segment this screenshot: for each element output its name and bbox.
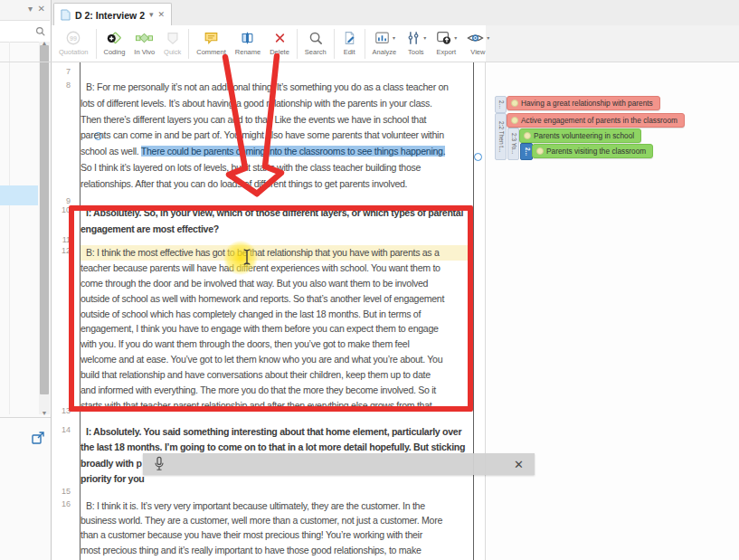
transcript-line[interactable]: with you. If you do want them through th…	[81, 337, 471, 352]
code-stripe-bar[interactable]: Parents visiting the classroom	[532, 144, 653, 158]
comment-icon	[203, 29, 220, 46]
export-icon: ▾	[435, 29, 457, 46]
tools-icon: ▾	[405, 29, 426, 46]
transcript-line[interactable]: Then there’s different layers you can ad…	[81, 112, 471, 128]
view-button[interactable]: ▾View	[461, 26, 494, 62]
delete-icon	[272, 29, 288, 46]
coding-stripe-tab[interactable]: 2...	[520, 143, 533, 160]
delete-button[interactable]: Delete	[265, 26, 294, 62]
dropdown-caret-icon[interactable]: ▾	[423, 34, 426, 41]
transcript-line[interactable]: come through the door and be involved th…	[81, 276, 471, 291]
code-label: Parents volunteering in school	[534, 131, 634, 140]
transcript-line[interactable]: starts with that teacher-parent relation…	[81, 398, 471, 413]
scrollbar-thumb[interactable]	[40, 45, 49, 394]
transcript-line[interactable]: and informed with everything. The more y…	[81, 383, 471, 398]
transcript-line[interactable]: lots of different levels. It’s about hav…	[81, 96, 471, 112]
transcript-paragraph[interactable]: B: For me personally it’s not an additio…	[81, 80, 471, 193]
code-stripe-bar[interactable]: Parents volunteering in school	[519, 128, 641, 143]
microphone-icon[interactable]	[152, 455, 166, 473]
toolbar-separator	[365, 29, 365, 59]
edit-button[interactable]: Edit	[337, 26, 362, 62]
tab-close-icon[interactable]: ✕	[158, 11, 166, 19]
transcript-line[interactable]: business world. They are a customer, wel…	[81, 513, 471, 527]
transcript-line[interactable]: B: I think the most effective has got to…	[81, 245, 471, 261]
transcript-line[interactable]: outside of school as well with homework …	[81, 291, 471, 307]
transcript-paragraph[interactable]: I: Absolutely. So, in your view, which o…	[81, 204, 471, 237]
coding-stripe-tab[interactable]: 2:2 Then t...	[495, 113, 507, 160]
paragraph-number: 7	[52, 67, 71, 76]
quick-icon	[165, 29, 181, 46]
tools-button[interactable]: ▾Tools	[401, 26, 431, 62]
code-color-dot	[524, 132, 531, 139]
toolbar-item-label: Delete	[270, 48, 289, 56]
ribbon-toolbar: 99QuotationCodingIn VivoQuickCommentRena…	[54, 26, 494, 62]
toolbar-right-background	[486, 25, 739, 62]
comment-button[interactable]: Comment	[192, 26, 231, 62]
selection-handle-end[interactable]	[474, 153, 482, 161]
tab-strip: D 2: Interview 2 ▾ ✕	[52, 0, 739, 26]
panel-collapse-icon[interactable]: ▾	[28, 5, 33, 14]
transcript-line[interactable]: school as well. There could be parents c…	[81, 144, 471, 160]
transcript-line[interactable]: build that relationship and have convers…	[81, 367, 471, 383]
dropdown-caret-icon[interactable]: ▾	[393, 34, 395, 41]
transcript-line[interactable]: welcome and at ease. You’ve got to let t…	[81, 352, 471, 367]
toolbar-item-label: View	[470, 48, 485, 56]
toolbar-item-label: Export	[436, 48, 456, 56]
transcript-paragraph[interactable]: B: I think it is. It’s very very importa…	[81, 498, 471, 560]
quotation-button[interactable]: 99Quotation	[54, 26, 93, 62]
coding-stripe-tab[interactable]: 2...	[495, 96, 507, 113]
open-in-new-window-icon[interactable]	[31, 431, 45, 445]
toolbar-separator	[188, 29, 189, 59]
transcript-line[interactable]: I: Absolutely. You said something intere…	[81, 424, 471, 440]
view-icon: ▾	[466, 29, 489, 46]
dictation-close-icon[interactable]: ✕	[514, 459, 524, 470]
left-panel-header: ▾ ✕	[0, 0, 51, 20]
coding-button[interactable]: Coding	[99, 26, 130, 62]
transcript-line[interactable]: most precious thing and it’s really impo…	[81, 543, 471, 557]
transcript-line[interactable]: engagement are most effective?	[81, 221, 471, 237]
toolbar-item-label: In Vivo	[134, 48, 155, 56]
analyze-button[interactable]: ▾Analyze	[368, 26, 402, 62]
tab-dropdown-icon[interactable]: ▾	[149, 11, 154, 19]
invivo-icon	[135, 29, 154, 46]
transcript-line[interactable]: parents can come in and be part of. You …	[81, 128, 471, 144]
search-button[interactable]: Search	[300, 26, 331, 62]
document-tab[interactable]: D 2: Interview 2 ▾ ✕	[53, 3, 172, 26]
code-stripe-bar[interactable]: Having a great relationship with parents	[507, 96, 660, 110]
in-vivo-button[interactable]: In Vivo	[129, 26, 159, 62]
rename-button[interactable]: Rename	[231, 26, 265, 62]
panel-scrollbar[interactable]: ▲ ▼	[39, 42, 50, 414]
dropdown-caret-icon[interactable]: ▾	[487, 34, 489, 41]
coding-icon	[105, 29, 123, 46]
transcript-line[interactable]: So I think it’s layered on lots of level…	[81, 160, 471, 176]
paragraph-number: 13	[52, 406, 71, 415]
dictation-bar[interactable]: ✕	[143, 453, 535, 475]
transcript-line[interactable]: than a customer because you have their m…	[81, 527, 471, 542]
selected-list-item[interactable]	[0, 185, 38, 205]
transcript-line[interactable]: engagement, I think you have to engage w…	[81, 321, 471, 337]
toolbar-item-label: Quotation	[59, 48, 89, 56]
code-label: Parents visiting the classroom	[546, 147, 646, 156]
toolbar-item-label: Coding	[104, 48, 126, 56]
transcript-line[interactable]: B: I think it is. It’s very very importa…	[81, 498, 471, 513]
scroll-down-icon[interactable]: ▼	[39, 410, 50, 416]
toolbar-separator	[334, 29, 335, 59]
paragraph-number: 14	[52, 425, 71, 434]
panel-close-icon[interactable]: ✕	[38, 5, 45, 14]
transcript-line[interactable]: B: For me personally it’s not an additio…	[81, 80, 471, 96]
code-stripe-bar[interactable]: Active engagement of parents in the clas…	[507, 113, 685, 128]
toolbar-separator	[297, 29, 298, 59]
left-dock-panel: ▾ ✕ ▲ ▼	[0, 0, 52, 560]
transcript-paragraph[interactable]: B: I think the most effective has got to…	[81, 245, 471, 413]
transcript-line[interactable]: outside of school which has completely c…	[81, 307, 471, 322]
transcript-line[interactable]: I: Absolutely. So, in your view, which o…	[81, 204, 471, 221]
transcript-line[interactable]: relationships. After that you can do loa…	[81, 176, 471, 193]
quick-button[interactable]: Quick	[159, 26, 185, 62]
paragraph-number: 15	[52, 487, 71, 496]
dropdown-caret-icon[interactable]: ▾	[454, 34, 457, 41]
transcript-line[interactable]: teacher because parents will have had di…	[81, 261, 471, 276]
export-button[interactable]: ▾Export	[431, 26, 461, 62]
coding-stripe-tab[interactable]: 2:3 Yo...	[507, 128, 519, 160]
toolbar-item-label: Analyze	[373, 48, 397, 56]
svg-text:99: 99	[70, 33, 77, 42]
